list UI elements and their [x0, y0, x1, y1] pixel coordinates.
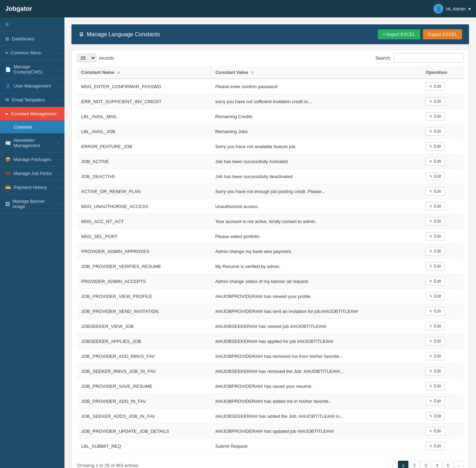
- edit-button[interactable]: ✎ Edit: [425, 382, 445, 390]
- records-per-page-select[interactable]: 10 25 50 100: [77, 54, 96, 62]
- sidebar-item-label: Manage Content(CMS): [14, 64, 58, 75]
- page-button-2[interactable]: 2: [409, 461, 420, 468]
- sidebar-item-user-management[interactable]: 👤 User Management ›: [0, 79, 64, 93]
- chevron-right-icon: ›: [58, 98, 59, 102]
- cell-operation: ✎ Edit: [421, 109, 463, 124]
- cell-constant-value: Remaining Credits: [211, 109, 422, 124]
- cell-constant-name: MSG_ACC_NT_ACT: [77, 214, 211, 229]
- sidebar-toggle[interactable]: ≡: [0, 17, 64, 32]
- page-button-5[interactable]: 5: [443, 461, 453, 468]
- cell-constant-name: JOB_SEEKER_ADDS_JOB_IN_FAV: [77, 409, 211, 424]
- cell-constant-name: PROVIDER_ADMIN_ACCEPTS: [77, 274, 211, 289]
- edit-button[interactable]: ✎ Edit: [425, 322, 445, 330]
- edit-button[interactable]: ✎ Edit: [425, 82, 445, 91]
- page-button-1[interactable]: 1: [398, 461, 408, 468]
- cell-constant-name: ACTIVE_OR_RENEW_PLAN: [77, 184, 211, 199]
- table-row: LBL_AVAIL_JOBRemaining Jobs✎ Edit: [77, 124, 463, 139]
- edit-button[interactable]: ✎ Edit: [425, 427, 445, 435]
- page-title-text: Manage Language Constants: [87, 31, 160, 38]
- edit-icon: ✎: [429, 354, 432, 359]
- manage-banner-icon: 🖼: [5, 201, 10, 207]
- page-title: 🖥 Manage Language Constants: [78, 31, 160, 38]
- newsletter-icon: 📰: [5, 140, 11, 146]
- edit-button[interactable]: ✎ Edit: [425, 232, 445, 240]
- edit-button[interactable]: ✎ Edit: [425, 337, 445, 345]
- page-button-4[interactable]: 4: [432, 461, 442, 468]
- col-operation: Operation: [421, 66, 463, 79]
- sidebar-item-email-templates[interactable]: ✉ Email Templates ›: [0, 93, 64, 107]
- sidebar-item-manage-content[interactable]: 📄 Manage Content(CMS) ›: [0, 60, 64, 79]
- edit-button[interactable]: ✎ Edit: [425, 247, 445, 255]
- sidebar-item-payment-history[interactable]: 💳 Payment History ›: [0, 181, 64, 194]
- sidebar-item-manage-job-portal[interactable]: 💼 Manage Job Portal ›: [0, 167, 64, 181]
- cell-constant-name: JOB_PROVIDER_VIEW_PROFILE: [77, 289, 211, 304]
- sidebar-item-manage-packages[interactable]: 📦 Manage Packages ›: [0, 153, 64, 167]
- cell-operation: ✎ Edit: [421, 334, 463, 349]
- edit-icon: ✎: [429, 114, 432, 119]
- edit-icon: ✎: [429, 369, 432, 374]
- edit-button[interactable]: ✎ Edit: [425, 217, 445, 225]
- sidebar-item-label: Manage Job Portal: [14, 171, 52, 176]
- cell-constant-value: ###JOBPROVIDER### has saved your resume.: [211, 379, 422, 394]
- sidebar-item-newsletter-management[interactable]: 📰 Newsletter Management ›: [0, 133, 64, 153]
- sidebar-item-manage-banner-image[interactable]: 🖼 Manage Banner Image ›: [0, 194, 64, 214]
- col-constant-value: Constant Value ⇅: [211, 66, 422, 79]
- edit-button[interactable]: ✎ Edit: [425, 172, 445, 181]
- page-header: 🖥 Manage Language Constants + Import EXC…: [71, 24, 469, 44]
- pagination-info: Showing 1 to 25 of 463 entries: [77, 463, 138, 468]
- edit-button[interactable]: ✎ Edit: [425, 442, 445, 450]
- prev-page-button[interactable]: ‹: [388, 461, 397, 468]
- page-button-3[interactable]: 3: [421, 461, 431, 468]
- edit-button[interactable]: ✎ Edit: [425, 397, 445, 405]
- table-row: ACTIVE_OR_RENEW_PLANSorry you have not e…: [77, 184, 463, 199]
- cell-constant-value: Submit Request: [211, 439, 422, 454]
- cell-constant-value: ###JOBPROVIDER### has removed me from hi…: [211, 349, 422, 364]
- cell-constant-value: Please select portfolio: [211, 229, 422, 244]
- edit-button[interactable]: ✎ Edit: [425, 202, 445, 210]
- edit-button[interactable]: ✎ Edit: [425, 157, 445, 166]
- cell-operation: ✎ Edit: [421, 364, 463, 379]
- sidebar-sub-item-constant[interactable]: Constant: [0, 121, 64, 133]
- navbar-user[interactable]: 👤 Hi, Admin ▾: [433, 4, 471, 14]
- table-row: LBL_SUBMIT_REQSubmit Request✎ Edit: [77, 439, 463, 454]
- cell-operation: ✎ Edit: [421, 94, 463, 109]
- edit-button[interactable]: ✎ Edit: [425, 292, 445, 300]
- edit-button[interactable]: ✎ Edit: [425, 97, 445, 106]
- cell-constant-name: MSG_ENTER_CONFIRMAR_PASSWD: [77, 79, 211, 94]
- edit-button[interactable]: ✎ Edit: [425, 412, 445, 420]
- edit-icon: ✎: [429, 204, 432, 209]
- sidebar-item-label: Common Menu: [11, 50, 42, 55]
- search-input[interactable]: [394, 53, 463, 63]
- edit-button[interactable]: ✎ Edit: [425, 352, 445, 360]
- cell-constant-value: ###JOBSEEKER### has removed the Job: ###…: [211, 364, 422, 379]
- next-page-button[interactable]: ›: [454, 461, 463, 468]
- sidebar-item-dashboard[interactable]: ⊞ Dashboard: [0, 32, 64, 46]
- cell-constant-value: Admin change my bank wire payment.: [211, 244, 422, 259]
- cell-operation: ✎ Edit: [421, 79, 463, 94]
- cell-constant-name: ERROR_FEATURE_JOB: [77, 139, 211, 154]
- sidebar-item-common-menu[interactable]: ≡ Common Menu ›: [0, 46, 64, 60]
- table-row: JOB_PROVIDER_UPDATE_JOB_DETAILS###JOBPRO…: [77, 424, 463, 439]
- edit-button[interactable]: ✎ Edit: [425, 127, 445, 136]
- email-templates-icon: ✉: [5, 97, 9, 102]
- cell-constant-name: JOB_PROVIDER_SEND_INVITATION: [77, 304, 211, 319]
- chevron-right-icon: ›: [58, 141, 59, 145]
- import-excel-button[interactable]: + Import EXCEL: [378, 29, 420, 39]
- table-row: JOB_DEACTIVEJob has been successfully de…: [77, 169, 463, 184]
- chevron-right-icon: ›: [58, 84, 59, 88]
- edit-button[interactable]: ✎ Edit: [425, 112, 445, 121]
- edit-button[interactable]: ✎ Edit: [425, 142, 445, 151]
- edit-button[interactable]: ✎ Edit: [425, 367, 445, 375]
- edit-icon: ✎: [429, 414, 432, 419]
- edit-button[interactable]: ✎ Edit: [425, 277, 445, 285]
- edit-button[interactable]: ✎ Edit: [425, 187, 445, 195]
- table-row: MSG_ENTER_CONFIRMAR_PASSWDPlease enter c…: [77, 79, 463, 94]
- cell-constant-name: ERR_NOT_SUFFICIENT_INV_CREDIT: [77, 94, 211, 109]
- edit-button[interactable]: ✎ Edit: [425, 307, 445, 315]
- sidebar-item-label: User Management: [14, 83, 51, 89]
- export-excel-button[interactable]: Export EXCEL: [423, 29, 462, 39]
- edit-button[interactable]: ✎ Edit: [425, 262, 445, 270]
- sidebar-item-constant-management[interactable]: ● Constant Management ‹: [0, 107, 64, 121]
- table-row: JOB_PROVIDER_VERIFIES_RESUMEMy Resume is…: [77, 259, 463, 274]
- col-label: Constant Value: [215, 70, 248, 75]
